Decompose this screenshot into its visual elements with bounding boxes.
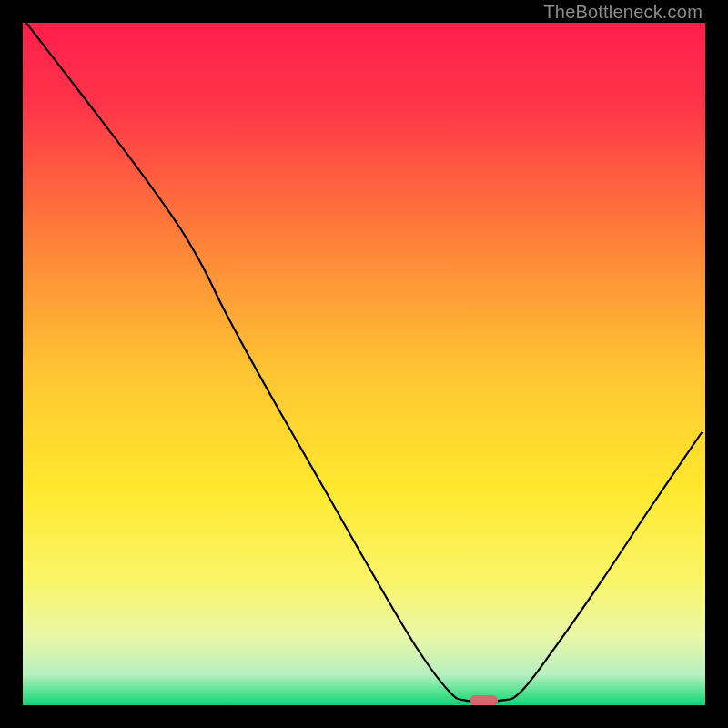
bottleneck-curve [26,23,703,702]
curve-layer [23,23,705,705]
watermark-text: TheBottleneck.com [543,2,703,23]
optimal-marker [470,695,499,705]
plot-area [23,23,705,705]
chart-frame: TheBottleneck.com [0,0,728,728]
